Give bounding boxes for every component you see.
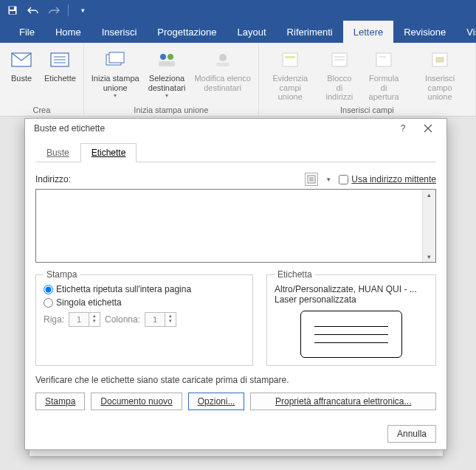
seleziona-label: Seleziona destinatari <box>148 74 186 92</box>
group-label-inizia: Inizia stampa unione <box>89 104 254 114</box>
blocco-label: Blocco di indirizzi <box>323 74 356 102</box>
dialog-tab-buste[interactable]: Buste <box>35 143 80 162</box>
proprieta-affrancatura-button[interactable]: Proprietà affrancatura elettronica... <box>250 393 436 410</box>
ribbon-group-crea: Buste Etichette Crea <box>0 43 84 116</box>
svg-point-14 <box>219 54 227 61</box>
evidenzia-label: Evidenzia campi unione <box>266 74 314 102</box>
address-scrollbar[interactable]: ▴ ▾ <box>422 190 435 262</box>
edit-list-icon <box>210 47 235 72</box>
seleziona-destinatari-button[interactable]: Seleziona destinatari ▾ <box>145 46 189 100</box>
greeting-line-icon <box>371 47 396 72</box>
svg-rect-13 <box>159 61 175 66</box>
address-book-dropdown[interactable]: ▼ <box>324 176 333 183</box>
riga-spinner[interactable]: ▴▾ <box>69 312 100 327</box>
tab-progettazione[interactable]: Progettazione <box>147 21 227 43</box>
mail-merge-icon <box>103 47 128 72</box>
save-button[interactable] <box>4 2 21 18</box>
tab-revisione[interactable]: Revisione <box>393 21 456 43</box>
buste-etichette-dialog: Buste ed etichette ? Buste Etichette Ind… <box>24 118 447 450</box>
stampa-groupbox: Stampa Etichetta ripetuta sull'intera pa… <box>35 274 253 366</box>
recipients-icon <box>154 47 179 72</box>
address-book-button[interactable] <box>305 173 318 186</box>
svg-rect-21 <box>376 53 391 66</box>
blocco-indirizzi-button: Blocco di indirizzi <box>320 46 359 103</box>
buste-button[interactable]: Buste <box>4 46 38 85</box>
inizia-stampa-unione-button[interactable]: Inizia stampa unione ▾ <box>89 46 142 100</box>
tab-inserisci[interactable]: Inserisci <box>92 21 148 43</box>
address-textarea[interactable] <box>36 190 422 262</box>
etichetta-groupbox: Etichetta Altro/Personalizzate, HUAN QUI… <box>266 274 436 366</box>
etichetta-line1: Altro/Personalizzate, HUAN QUI - ... <box>275 284 428 294</box>
dialog-tabs: Buste Etichette <box>35 142 436 162</box>
riga-label: Riga: <box>44 314 64 325</box>
colonna-label: Colonna: <box>105 314 140 325</box>
opt-singola-radio[interactable] <box>44 298 53 308</box>
annulla-button[interactable]: Annulla <box>387 425 436 443</box>
ribbon-group-campi: Evidenzia campi unione Blocco di indiriz… <box>259 43 476 116</box>
highlight-fields-icon <box>277 47 303 72</box>
hint-text: Verificare che le etichette siano state … <box>35 375 436 385</box>
inserisci-campo-label: Inserisci campo unione <box>412 74 468 102</box>
tab-riferimenti[interactable]: Riferimenti <box>277 21 343 43</box>
opzioni-button[interactable]: Opzioni... <box>188 393 245 410</box>
tab-visualizza[interactable]: Visualizza <box>456 21 476 43</box>
redo-button[interactable] <box>46 2 62 18</box>
svg-rect-10 <box>109 52 124 63</box>
address-block-icon <box>327 47 352 72</box>
etichette-button[interactable]: Etichette <box>41 46 79 85</box>
evidenzia-campi-button: Evidenzia campi unione <box>263 46 317 103</box>
riga-down[interactable]: ▾ <box>89 318 100 323</box>
modifica-elenco-button: Modifica elenco destinatari <box>191 46 253 94</box>
svg-rect-17 <box>285 56 295 58</box>
group-label-crea: Crea <box>4 104 79 114</box>
insert-field-icon <box>427 47 452 72</box>
help-button[interactable]: ? <box>390 119 415 138</box>
stampa-legend: Stampa <box>44 269 80 280</box>
opt-ripetuta-radio[interactable] <box>44 285 53 294</box>
tab-lettere[interactable]: Lettere <box>343 21 393 43</box>
usa-mittente-label: Usa indirizzo mittente <box>351 174 436 184</box>
address-textbox: ▴ ▾ <box>35 189 436 263</box>
formula-apertura-button: Formula di apertura <box>362 46 406 103</box>
scroll-up-button[interactable]: ▴ <box>423 190 435 200</box>
undo-button[interactable] <box>25 2 41 18</box>
close-button[interactable] <box>415 119 441 138</box>
quick-access-toolbar: ▾ <box>0 0 476 21</box>
stampa-button[interactable]: Stampa <box>35 393 85 410</box>
scroll-down-button[interactable]: ▾ <box>423 252 435 262</box>
colonna-spinner[interactable]: ▴▾ <box>145 312 176 327</box>
etichetta-legend: Etichetta <box>275 269 315 280</box>
tab-layout[interactable]: Layout <box>227 21 277 43</box>
col-up[interactable]: ▴ <box>165 313 176 318</box>
etichetta-line2: Laser personalizzata <box>275 294 428 305</box>
qat-customize-button[interactable]: ▾ <box>75 2 91 18</box>
opt-ripetuta[interactable]: Etichetta ripetuta sull'intera pagina <box>44 284 245 294</box>
etichette-label: Etichette <box>44 74 76 83</box>
inserisci-campo-button: Inserisci campo unione <box>409 46 471 103</box>
colonna-input[interactable] <box>145 313 165 326</box>
usa-mittente-input[interactable] <box>339 175 348 184</box>
etichetta-info-area[interactable]: Altro/Personalizzate, HUAN QUI - ... Las… <box>275 284 428 358</box>
usa-mittente-checkbox[interactable]: Usa indirizzo mittente <box>339 174 436 184</box>
tab-home[interactable]: Home <box>45 21 92 43</box>
ribbon-tabs: File Home Inserisci Progettazione Layout… <box>0 21 476 43</box>
svg-rect-24 <box>436 58 444 62</box>
opt-singola-label: Singola etichetta <box>56 297 122 308</box>
dialog-tab-etichette[interactable]: Etichette <box>80 143 137 162</box>
inizia-stampa-label: Inizia stampa unione <box>92 74 139 92</box>
documento-nuovo-button[interactable]: Documento nuovo <box>91 393 182 410</box>
dialog-title: Buste ed etichette <box>34 123 105 134</box>
indirizzo-label: Indirizzo: <box>35 174 71 184</box>
riga-up[interactable]: ▴ <box>89 313 100 318</box>
ribbon: Buste Etichette Crea Inizia stampa union… <box>0 43 476 117</box>
col-down[interactable]: ▾ <box>165 318 176 323</box>
svg-rect-16 <box>283 53 297 66</box>
modifica-label: Modifica elenco destinatari <box>194 74 250 92</box>
tab-file[interactable]: File <box>9 21 45 43</box>
group-label-campi: Inserisci campi <box>263 104 471 114</box>
opt-singola[interactable]: Singola etichetta <box>44 297 245 308</box>
riga-input[interactable] <box>69 313 89 326</box>
envelope-icon <box>9 47 34 72</box>
svg-rect-15 <box>216 63 230 66</box>
opt-ripetuta-label: Etichetta ripetuta sull'intera pagina <box>56 284 191 294</box>
